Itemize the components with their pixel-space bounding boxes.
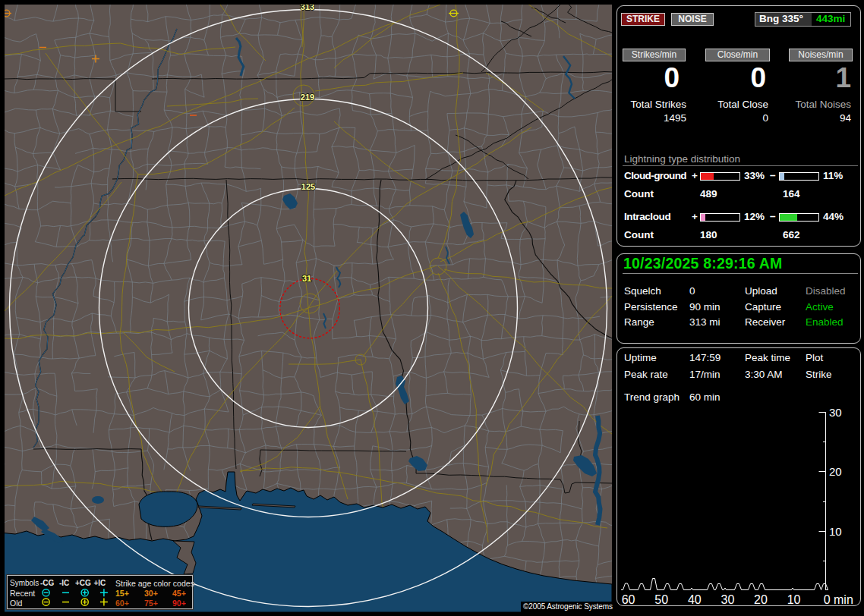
svg-text:313: 313	[301, 2, 314, 11]
svg-text:31: 31	[302, 274, 311, 283]
svg-text:125: 125	[301, 182, 315, 191]
svg-text:219: 219	[301, 93, 314, 102]
